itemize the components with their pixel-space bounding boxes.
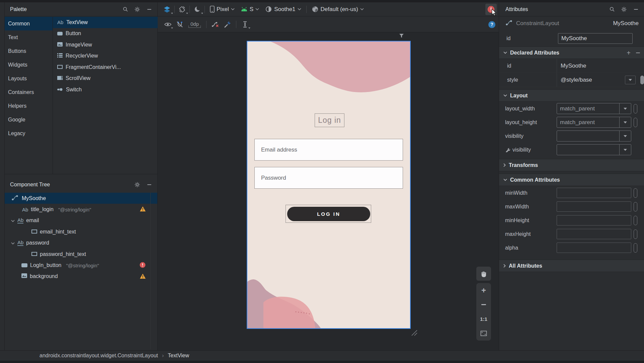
- section-common-attributes[interactable]: Common Attributes: [499, 174, 644, 186]
- warning-icon[interactable]: [140, 273, 146, 280]
- minwidth-input[interactable]: [557, 188, 631, 198]
- tools-visibility-combo[interactable]: [557, 144, 631, 155]
- tree-row-email[interactable]: Ab email: [5, 215, 157, 226]
- section-all-attributes[interactable]: All Attributes: [499, 260, 644, 272]
- style-dropdown-button[interactable]: [625, 76, 636, 84]
- theme-selector[interactable]: Soothe1: [262, 4, 304, 14]
- palette-category-widgets[interactable]: Widgets: [5, 58, 53, 72]
- tree-row-email-hint-text[interactable]: email_hint_text: [5, 226, 157, 237]
- clear-constraints-button[interactable]: [210, 19, 221, 29]
- palette-category-containers[interactable]: Containers: [5, 85, 53, 99]
- tree-row-login-button[interactable]: LogIn_button "@string/login": [5, 260, 157, 271]
- combo-arrow[interactable]: [619, 117, 631, 127]
- login-button[interactable]: LOG IN: [287, 207, 370, 221]
- attribute-flag-indicator[interactable]: [634, 230, 637, 239]
- warning-icon[interactable]: [140, 206, 146, 213]
- filter-funnel-icon[interactable]: [399, 33, 404, 39]
- remove-attribute-icon[interactable]: [636, 53, 640, 53]
- password-field[interactable]: Password: [254, 167, 403, 189]
- zoom-out-button[interactable]: [476, 297, 491, 312]
- chevron-down-icon[interactable]: [11, 240, 15, 246]
- attributes-minimize-icon[interactable]: [631, 5, 641, 14]
- zoom-actual-size-button[interactable]: 1:1: [476, 312, 491, 326]
- default-margin-button[interactable]: 0dp: [188, 21, 201, 28]
- autoconnect-button[interactable]: [174, 19, 185, 29]
- help-icon[interactable]: ?: [488, 21, 495, 28]
- attribute-flag-indicator[interactable]: [634, 188, 637, 198]
- section-layout[interactable]: Layout: [499, 89, 644, 102]
- tree-row-password[interactable]: Ab password: [5, 238, 157, 249]
- minheight-input[interactable]: [557, 215, 631, 225]
- palette-category-text[interactable]: Text: [5, 30, 53, 44]
- tree-row-background[interactable]: background: [5, 271, 157, 282]
- palette-category-layouts[interactable]: Layouts: [5, 72, 53, 85]
- login-title-textview[interactable]: Log in: [315, 113, 344, 127]
- tree-row-password-hint-text[interactable]: password_hint_text: [5, 249, 157, 260]
- layout-height-combo[interactable]: match_parent: [557, 117, 631, 128]
- login-button-selection[interactable]: LOG IN: [286, 205, 371, 223]
- attribute-flag-indicator[interactable]: [634, 216, 637, 225]
- pan-tool-button[interactable]: [476, 267, 491, 281]
- palette-settings-gear-icon[interactable]: [133, 5, 142, 14]
- view-options-button[interactable]: [162, 19, 173, 29]
- palette-item-switch[interactable]: Switch: [53, 84, 158, 95]
- attribute-flag-indicator[interactable]: [634, 243, 637, 253]
- tree-row-title-login[interactable]: Ab title_login "@string/login": [5, 204, 157, 215]
- phone-preview[interactable]: Log in Email address Password LOG IN: [247, 41, 411, 329]
- tree-row-mysoothe[interactable]: MySoothe: [5, 193, 157, 204]
- add-attribute-icon[interactable]: +: [627, 50, 631, 56]
- attribute-flag-indicator[interactable]: [634, 104, 637, 113]
- orientation-button[interactable]: [177, 4, 187, 14]
- breadcrumb-textview[interactable]: TextView: [168, 353, 189, 359]
- locale-selector[interactable]: Default (en-us): [309, 4, 367, 14]
- attributes-search-icon[interactable]: [607, 5, 617, 14]
- declared-row-style[interactable]: style @style/base: [499, 73, 644, 87]
- maxwidth-input[interactable]: [557, 201, 631, 212]
- attribute-flag-indicator[interactable]: [634, 202, 637, 211]
- palette-category-common[interactable]: Common: [5, 17, 53, 30]
- pack-align-button[interactable]: [240, 19, 250, 29]
- declared-row-id[interactable]: id MySoothe: [499, 59, 644, 73]
- component-tree-settings-gear-icon[interactable]: [133, 180, 142, 189]
- breadcrumb-constraintlayout[interactable]: androidx.constraintlayout.widget.Constra…: [39, 353, 158, 359]
- attributes-settings-gear-icon[interactable]: [619, 5, 629, 14]
- palette-item-textview[interactable]: Ab TextView: [53, 17, 158, 28]
- alpha-input[interactable]: [557, 243, 631, 253]
- maxheight-input[interactable]: [557, 229, 631, 239]
- design-surface-selector-button[interactable]: [162, 4, 172, 14]
- palette-search-icon[interactable]: [120, 5, 130, 14]
- palette-category-legacy[interactable]: Legacy: [5, 126, 53, 140]
- email-field[interactable]: Email address: [254, 139, 403, 161]
- combo-arrow[interactable]: [619, 131, 631, 141]
- style-flag-indicator[interactable]: [640, 76, 644, 84]
- palette-category-google[interactable]: Google: [5, 113, 53, 126]
- palette-category-buttons[interactable]: Buttons: [5, 44, 53, 58]
- attribute-flag-indicator[interactable]: [634, 118, 637, 127]
- id-input[interactable]: MySoothe: [558, 33, 633, 44]
- combo-arrow[interactable]: [619, 145, 631, 155]
- section-declared-attributes[interactable]: Declared Attributes +: [499, 47, 644, 59]
- palette-item-recyclerview[interactable]: RecyclerView: [53, 51, 158, 62]
- layout-width-combo[interactable]: match_parent: [557, 103, 631, 114]
- palette-category-helpers[interactable]: Helpers: [5, 99, 53, 113]
- palette-item-fragmentcontainerview[interactable]: FragmentContainerVi...: [53, 62, 158, 73]
- palette-item-button[interactable]: Button: [53, 28, 158, 39]
- component-tree-scrollbar[interactable]: [150, 193, 151, 349]
- section-transforms[interactable]: Transforms: [499, 159, 644, 171]
- chevron-down-icon[interactable]: [11, 217, 15, 223]
- component-tree-minimize-icon[interactable]: [145, 180, 154, 189]
- device-selector[interactable]: Pixel: [207, 4, 238, 14]
- api-version-selector[interactable]: S: [238, 4, 262, 14]
- combo-arrow[interactable]: [619, 103, 631, 114]
- resize-handle[interactable]: [410, 329, 418, 338]
- infer-constraints-button[interactable]: [222, 19, 233, 29]
- error-icon[interactable]: [140, 262, 146, 269]
- night-mode-button[interactable]: [192, 4, 203, 14]
- design-surface[interactable]: Log in Email address Password LOG IN + 1…: [158, 32, 499, 350]
- zoom-in-button[interactable]: +: [476, 283, 491, 297]
- palette-item-scrollview[interactable]: ScrollView: [53, 73, 158, 84]
- palette-minimize-icon[interactable]: [145, 5, 154, 14]
- visibility-combo[interactable]: [557, 130, 631, 142]
- palette-item-imageview[interactable]: ImageView: [53, 39, 158, 51]
- zoom-to-fit-button[interactable]: [476, 326, 491, 341]
